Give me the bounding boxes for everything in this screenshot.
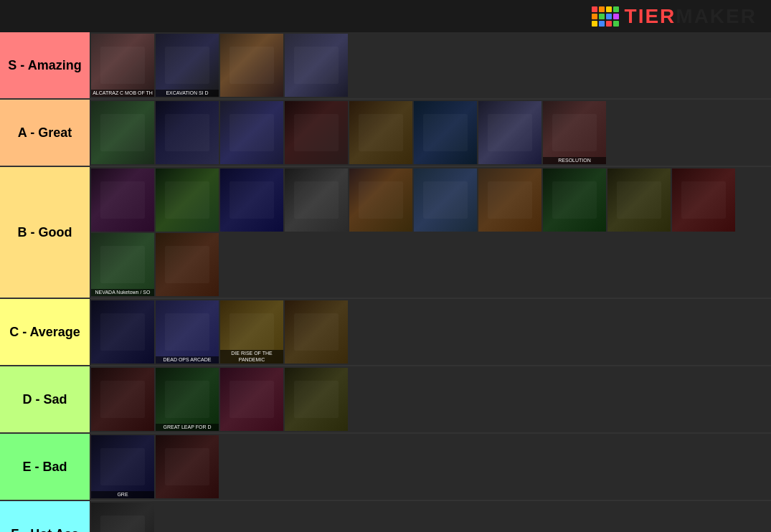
logo-dot bbox=[592, 14, 597, 19]
logo-dot bbox=[599, 21, 605, 27]
tier-content-c: DEAD OPS ARCADEDIE RISE OF THE PANDEMIC bbox=[90, 299, 771, 365]
tier-content-d: GREAT LEAP FOR D bbox=[90, 366, 771, 432]
tier-label-a: A - Great bbox=[0, 100, 90, 166]
game-thumbnail bbox=[91, 503, 154, 532]
logo-dot bbox=[613, 21, 619, 27]
tier-row-d: D - SadGREAT LEAP FOR D bbox=[0, 366, 771, 434]
tier-row-a: A - GreatRESOLUTION bbox=[0, 100, 771, 167]
game-card-e1[interactable]: GRE bbox=[91, 435, 154, 498]
tier-content-b: NEVADA Nuketown / SO bbox=[90, 167, 771, 298]
game-card-a5[interactable] bbox=[349, 101, 412, 164]
tier-label-f: F - Hot Ass bbox=[0, 501, 90, 532]
game-thumbnail bbox=[156, 168, 219, 232]
logo-dot bbox=[606, 6, 612, 12]
tier-row-b: B - GoodNEVADA Nuketown / SO bbox=[0, 167, 771, 299]
tier-row-c: C - AverageDEAD OPS ARCADEDIE RISE OF TH… bbox=[0, 299, 771, 366]
game-thumbnail bbox=[220, 101, 283, 164]
tier-label-s: S - Amazing bbox=[0, 32, 90, 98]
game-card-c2[interactable]: DEAD OPS ARCADE bbox=[156, 300, 219, 364]
game-card-b12[interactable] bbox=[156, 233, 219, 296]
game-thumbnail bbox=[285, 168, 348, 232]
game-card-d3[interactable] bbox=[220, 368, 283, 431]
game-thumbnail bbox=[478, 168, 541, 232]
game-card-b5[interactable] bbox=[349, 168, 412, 232]
logo-dot bbox=[592, 21, 597, 27]
game-thumbnail bbox=[672, 168, 735, 232]
game-card-s4[interactable] bbox=[285, 34, 348, 97]
game-thumbnail bbox=[414, 168, 477, 232]
game-card-s2[interactable]: EXCAVATION SI D bbox=[156, 34, 219, 97]
logo-dot bbox=[613, 14, 619, 19]
tier-table: S - AmazingALCATRAZ C MOB OF THEXCAVATIO… bbox=[0, 32, 771, 532]
tier-row-f: F - Hot Ass bbox=[0, 501, 771, 532]
game-card-b2[interactable] bbox=[156, 168, 219, 232]
tier-label-c: C - Average bbox=[0, 299, 90, 365]
game-thumbnail bbox=[91, 101, 154, 164]
game-thumbnail bbox=[91, 168, 154, 232]
game-card-label: GRE bbox=[91, 491, 154, 498]
logo-dot bbox=[606, 21, 612, 27]
game-card-a3[interactable] bbox=[220, 101, 283, 164]
game-thumbnail bbox=[156, 101, 219, 164]
game-card-s3[interactable] bbox=[220, 34, 283, 97]
tier-row-s: S - AmazingALCATRAZ C MOB OF THEXCAVATIO… bbox=[0, 32, 771, 100]
game-card-label: RESOLUTION bbox=[543, 157, 606, 164]
game-card-b6[interactable] bbox=[414, 168, 477, 232]
game-card-b9[interactable] bbox=[607, 168, 671, 232]
game-thumbnail bbox=[285, 300, 348, 364]
game-card-b8[interactable] bbox=[543, 168, 606, 232]
game-thumbnail bbox=[543, 168, 606, 232]
game-thumbnail bbox=[478, 101, 541, 164]
game-thumbnail bbox=[220, 168, 283, 232]
game-card-d4[interactable] bbox=[285, 368, 348, 431]
game-card-f1[interactable] bbox=[91, 503, 154, 532]
game-card-a6[interactable] bbox=[414, 101, 477, 164]
tier-label-b: B - Good bbox=[0, 167, 90, 298]
logo-grid bbox=[592, 6, 619, 27]
game-card-label: GREAT LEAP FOR D bbox=[156, 424, 219, 431]
game-thumbnail bbox=[91, 368, 154, 431]
game-card-b11[interactable]: NEVADA Nuketown / SO bbox=[91, 233, 154, 296]
game-thumbnail bbox=[156, 300, 219, 364]
game-card-a1[interactable] bbox=[91, 101, 154, 164]
game-card-d1[interactable] bbox=[91, 368, 154, 431]
game-card-b10[interactable] bbox=[672, 168, 735, 232]
game-card-label: NEVADA Nuketown / SO bbox=[91, 289, 154, 296]
logo-dot bbox=[613, 6, 619, 12]
game-card-c4[interactable] bbox=[285, 300, 348, 364]
game-thumbnail bbox=[349, 101, 412, 164]
game-thumbnail bbox=[220, 368, 283, 431]
game-card-b1[interactable] bbox=[91, 168, 154, 232]
game-card-e2[interactable] bbox=[156, 435, 219, 498]
game-thumbnail bbox=[285, 368, 348, 431]
game-card-c1[interactable] bbox=[91, 300, 154, 364]
game-card-a7[interactable] bbox=[478, 101, 541, 164]
game-card-d2[interactable]: GREAT LEAP FOR D bbox=[156, 368, 219, 431]
game-thumbnail bbox=[349, 168, 412, 232]
tier-label-d: D - Sad bbox=[0, 366, 90, 432]
tier-content-a: RESOLUTION bbox=[90, 100, 771, 166]
logo-text: TieRMaKeR bbox=[625, 5, 757, 28]
game-thumbnail bbox=[156, 368, 219, 431]
game-thumbnail bbox=[91, 233, 154, 296]
game-card-a8[interactable]: RESOLUTION bbox=[543, 101, 606, 164]
game-thumbnail bbox=[414, 101, 477, 164]
game-thumbnail bbox=[156, 34, 219, 97]
game-thumbnail bbox=[91, 435, 154, 498]
game-card-s1[interactable]: ALCATRAZ C MOB OF TH bbox=[91, 34, 154, 97]
game-card-b7[interactable] bbox=[478, 168, 541, 232]
game-card-a2[interactable] bbox=[156, 101, 219, 164]
game-thumbnail bbox=[156, 435, 219, 498]
game-thumbnail bbox=[607, 168, 671, 232]
header: TieRMaKeR bbox=[0, 0, 771, 32]
logo-dot bbox=[599, 6, 605, 12]
game-card-a4[interactable] bbox=[285, 101, 348, 164]
game-card-c3[interactable]: DIE RISE OF THE PANDEMIC bbox=[220, 300, 283, 364]
tier-content-e: GRE bbox=[90, 434, 771, 500]
game-card-label: DEAD OPS ARCADE bbox=[156, 356, 219, 364]
tier-content-s: ALCATRAZ C MOB OF THEXCAVATION SI D bbox=[90, 32, 771, 98]
game-card-b4[interactable] bbox=[285, 168, 348, 232]
game-card-b3[interactable] bbox=[220, 168, 283, 232]
tier-row-e: E - BadGRE bbox=[0, 434, 771, 501]
tiermaker-logo: TieRMaKeR bbox=[592, 5, 757, 28]
